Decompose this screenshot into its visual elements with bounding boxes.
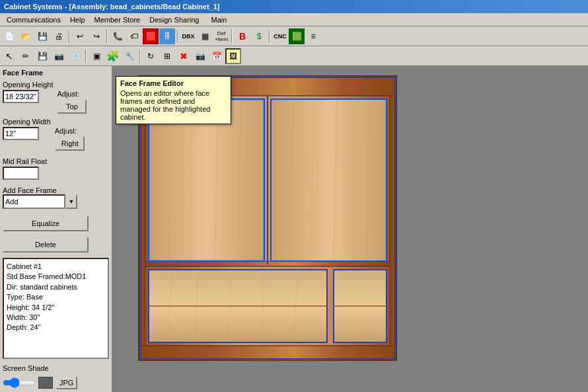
adjust-right-button[interactable]: Right bbox=[55, 136, 85, 151]
info-line4: Type: Base bbox=[7, 292, 105, 302]
menu-member-store[interactable]: Member Store bbox=[91, 15, 145, 24]
title-bar: Cabinet Systems - [Assembly: bead_cabine… bbox=[0, 0, 588, 13]
tool-button[interactable]: 🔧 bbox=[122, 48, 137, 64]
info-box: Cabinet #1 Std Base Framed:MOD1 Dir: sta… bbox=[3, 258, 109, 359]
equalize-wrap: Equalize bbox=[3, 216, 109, 231]
adjust-top-label: Adjust: bbox=[57, 90, 87, 98]
info-line5: Height: 34 1/2" bbox=[7, 303, 105, 313]
svg-rect-24 bbox=[139, 346, 396, 360]
misc-button[interactable]: ≡ bbox=[305, 28, 321, 44]
delete-button[interactable]: Delete bbox=[3, 237, 89, 253]
info-line7: Depth: 24" bbox=[7, 323, 105, 333]
menu-design-sharing[interactable]: Design Sharing bbox=[145, 15, 203, 24]
drive-button[interactable]: 💿 bbox=[67, 48, 83, 64]
title-text: Cabinet Systems - [Assembly: bead_cabine… bbox=[4, 3, 219, 11]
opening-height-label: Opening Height bbox=[3, 81, 53, 89]
tooltip-description: Opens an editor where face frames are de… bbox=[120, 89, 227, 121]
save-button[interactable]: 💾 bbox=[34, 28, 50, 44]
panel-title: Face Frame bbox=[3, 69, 109, 77]
add-face-frame-dropdown-wrap: ▼ bbox=[3, 194, 109, 209]
adjust-top-button[interactable]: Top bbox=[57, 99, 87, 114]
adjust-right-col: Adjust: Right bbox=[55, 127, 85, 151]
opening-height-col: Opening Height bbox=[3, 81, 53, 103]
sep4 bbox=[231, 30, 233, 43]
screen-shade-label: Screen Shade bbox=[3, 364, 49, 372]
sep3 bbox=[177, 30, 178, 43]
green-square-button[interactable]: 🟩 bbox=[289, 28, 305, 44]
sep2 bbox=[106, 30, 108, 43]
module-button[interactable]: ▣ bbox=[89, 48, 104, 64]
tag-button[interactable]: 🏷 bbox=[126, 28, 142, 44]
shade-color-box bbox=[38, 377, 53, 389]
panel-button[interactable]: ▦ bbox=[197, 28, 213, 44]
screen-shade-slider[interactable] bbox=[3, 377, 36, 388]
mid-rail-label: Mid Rail Float bbox=[3, 157, 109, 165]
info-line6: Width: 30" bbox=[7, 313, 105, 323]
menu-help[interactable]: Help bbox=[66, 15, 89, 24]
color-button[interactable]: 🟥 bbox=[143, 28, 159, 44]
open-button[interactable]: 📂 bbox=[18, 28, 34, 44]
calendar-button[interactable]: 📅 bbox=[209, 48, 225, 64]
opening-height-input[interactable] bbox=[3, 90, 39, 103]
cnc-button[interactable]: CNC bbox=[272, 28, 288, 44]
opening-width-label: Opening Width bbox=[3, 118, 51, 126]
sep1 bbox=[69, 30, 70, 43]
main-tab[interactable]: Main bbox=[211, 16, 227, 24]
opening-height-row: Opening Height Adjust: Top bbox=[3, 81, 109, 114]
opening-width-row: Opening Width Adjust: Right bbox=[3, 118, 109, 151]
sep7 bbox=[139, 50, 141, 63]
adjust-right-label: Adjust: bbox=[55, 127, 85, 135]
print-button[interactable]: 🖨 bbox=[51, 28, 67, 44]
menu-communications[interactable]: Communications bbox=[3, 15, 65, 24]
grid-button[interactable]: ⊞ bbox=[159, 48, 175, 64]
left-panel: Face Frame Opening Height Adjust: Top Op… bbox=[0, 66, 112, 392]
camera-button[interactable]: 📷 bbox=[192, 48, 208, 64]
add-item-button[interactable]: 🧩 bbox=[105, 48, 121, 64]
menu-bar: Communications Help Member Store Design … bbox=[0, 13, 588, 26]
svg-rect-8 bbox=[271, 99, 386, 261]
cross-button[interactable]: ✖ bbox=[176, 48, 192, 64]
dollar-button[interactable]: $ bbox=[251, 28, 267, 44]
phone-button[interactable]: 📞 bbox=[110, 28, 126, 44]
dbx-button[interactable]: DBX bbox=[180, 28, 196, 44]
add-face-frame-label: Add Face Frame bbox=[3, 186, 57, 194]
def-item-button[interactable]: Def +Item bbox=[213, 28, 229, 44]
b-button[interactable]: B bbox=[235, 28, 250, 44]
screen-shade-row: Screen Shade bbox=[3, 364, 109, 372]
main-layout: Face Frame Opening Height Adjust: Top Op… bbox=[0, 66, 588, 392]
adjust-top-col: Adjust: Top bbox=[57, 90, 87, 114]
redo-button[interactable]: ↪ bbox=[89, 28, 104, 44]
cabinet-button[interactable]: 🗄 bbox=[159, 28, 175, 44]
tooltip-title: Face Frame Editor bbox=[120, 79, 227, 87]
mid-rail-input[interactable] bbox=[3, 167, 39, 180]
toolbar-2: ↖ ✏ 💾 📷 💿 ▣ 🧩 🔧 ↻ ⊞ ✖ 📷 📅 🖼 bbox=[0, 46, 588, 66]
sep5 bbox=[269, 30, 270, 43]
mid-rail-col: Mid Rail Float bbox=[3, 157, 109, 180]
new-button[interactable]: 📄 bbox=[1, 28, 17, 44]
face-frame-editor-button[interactable]: 🖼 bbox=[225, 48, 241, 64]
info-line3: Dir: standard cabinets bbox=[7, 282, 105, 292]
info-line1: Cabinet #1 bbox=[7, 262, 105, 272]
snapshot-button[interactable]: 📷 bbox=[51, 48, 67, 64]
canvas-area: Face Frame Editor Opens an editor where … bbox=[112, 66, 588, 392]
cursor-button[interactable]: ↖ bbox=[1, 48, 17, 64]
delete-wrap: Delete bbox=[3, 237, 109, 253]
pencil-button[interactable]: ✏ bbox=[18, 48, 34, 64]
screen-shade-controls: JPG bbox=[3, 376, 109, 389]
toolbar-1: 📄 📂 💾 🖨 ↩ ↪ 📞 🏷 🟥 🗄 DBX ▦ Def +Item B $ … bbox=[0, 26, 588, 46]
undo-button[interactable]: ↩ bbox=[72, 28, 88, 44]
opening-width-input[interactable] bbox=[3, 127, 39, 140]
info-line2: Std Base Framed:MOD1 bbox=[7, 272, 105, 282]
rotate-button[interactable]: ↻ bbox=[143, 48, 159, 64]
jpg-button[interactable]: JPG bbox=[55, 376, 77, 389]
save2-button[interactable]: 💾 bbox=[34, 48, 50, 64]
add-face-frame-dropdown-btn[interactable]: ▼ bbox=[65, 194, 77, 209]
sep6 bbox=[85, 50, 87, 63]
add-face-frame-input[interactable] bbox=[3, 194, 65, 209]
equalize-button[interactable]: Equalize bbox=[3, 216, 89, 231]
add-face-frame-section: Add Face Frame ▼ bbox=[3, 186, 109, 212]
opening-width-col: Opening Width bbox=[3, 118, 51, 140]
tooltip-box: Face Frame Editor Opens an editor where … bbox=[116, 76, 231, 124]
